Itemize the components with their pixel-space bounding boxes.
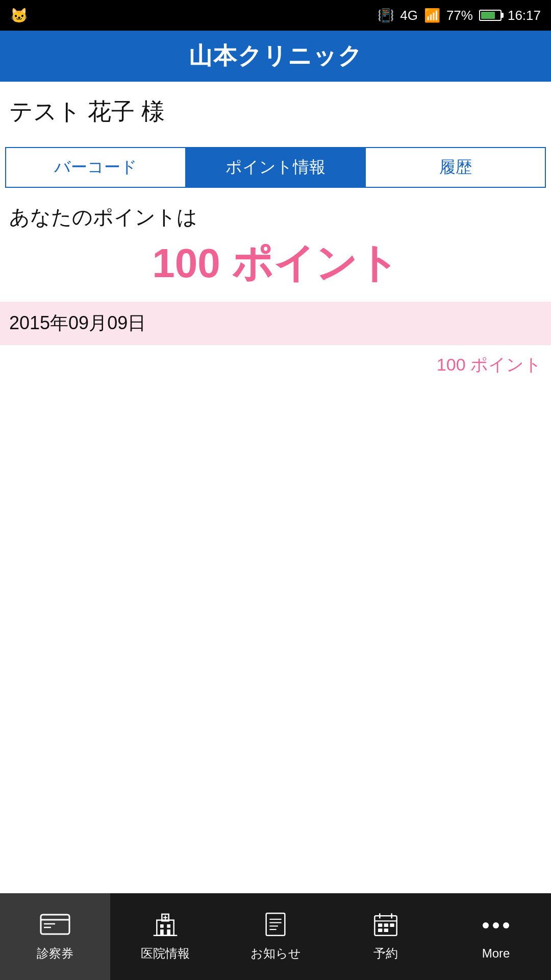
svg-rect-13 bbox=[266, 913, 285, 935]
nav-hospital[interactable]: 医院情報 bbox=[110, 893, 220, 980]
content-area: あなたのポイントは 100 ポイント 2015年09月09日 100 ポイント bbox=[0, 188, 551, 385]
svg-rect-24 bbox=[390, 923, 394, 927]
status-bar: 🐱 📳 4G 📶 77% 16:17 bbox=[0, 0, 551, 31]
svg-point-27 bbox=[483, 922, 489, 928]
nav-more[interactable]: More bbox=[441, 893, 551, 980]
battery-percent: 77% bbox=[446, 8, 473, 23]
nav-more-label: More bbox=[482, 946, 510, 961]
svg-rect-5 bbox=[160, 924, 164, 928]
svg-rect-25 bbox=[378, 928, 382, 932]
user-name-section: テスト 花子 様 bbox=[0, 82, 551, 133]
svg-rect-23 bbox=[384, 923, 388, 927]
nav-news-label: お知らせ bbox=[251, 945, 301, 962]
shinsakuken-svg bbox=[40, 912, 70, 937]
status-right: 📳 4G 📶 77% 16:17 bbox=[378, 8, 541, 23]
tab-history[interactable]: 履歴 bbox=[366, 148, 545, 187]
app-header: 山本クリニック bbox=[0, 31, 551, 82]
svg-point-28 bbox=[493, 922, 499, 928]
tab-points[interactable]: ポイント情報 bbox=[186, 148, 366, 187]
nav-shinsakuken[interactable]: 診察券 bbox=[0, 893, 110, 980]
svg-point-29 bbox=[503, 922, 509, 928]
hospital-svg bbox=[150, 912, 181, 937]
svg-rect-6 bbox=[167, 924, 170, 928]
points-sub-row: 100 ポイント bbox=[0, 345, 551, 385]
points-label: あなたのポイントは bbox=[9, 203, 542, 231]
more-icon bbox=[481, 913, 511, 942]
nav-hospital-label: 医院情報 bbox=[141, 945, 190, 962]
nav-shinsakuken-label: 診察券 bbox=[37, 945, 73, 962]
yoyaku-svg bbox=[370, 912, 401, 937]
news-svg bbox=[260, 912, 291, 937]
news-icon bbox=[260, 912, 291, 941]
battery-icon bbox=[479, 10, 502, 21]
nav-yoyaku[interactable]: 予約 bbox=[331, 893, 441, 980]
notification-icon: 🐱 bbox=[10, 7, 28, 24]
hospital-icon bbox=[150, 912, 181, 941]
yoyaku-icon bbox=[370, 912, 401, 941]
points-sub-text: 100 ポイント bbox=[437, 355, 542, 374]
vibrate-icon: 📳 bbox=[378, 8, 394, 23]
status-left: 🐱 bbox=[10, 7, 28, 24]
nav-yoyaku-label: 予約 bbox=[373, 945, 398, 962]
svg-rect-8 bbox=[167, 929, 170, 936]
app-title: 山本クリニック bbox=[189, 40, 363, 72]
network-label: 4G bbox=[400, 8, 418, 23]
svg-rect-26 bbox=[384, 928, 388, 932]
signal-icon: 📶 bbox=[424, 8, 440, 23]
tab-barcode[interactable]: バーコード bbox=[6, 148, 186, 187]
svg-rect-4 bbox=[157, 920, 173, 936]
nav-news[interactable]: お知らせ bbox=[220, 893, 331, 980]
shinsakuken-icon bbox=[40, 912, 70, 941]
points-value: 100 ポイント bbox=[9, 236, 542, 291]
time-display: 16:17 bbox=[508, 8, 541, 23]
date-row: 2015年09月09日 bbox=[0, 302, 551, 345]
bottom-nav: 診察券 医院情報 bbox=[0, 893, 551, 980]
tabs-section: バーコード ポイント情報 履歴 bbox=[5, 147, 546, 188]
svg-rect-22 bbox=[378, 923, 382, 927]
date-text: 2015年09月09日 bbox=[9, 312, 146, 333]
user-name: テスト 花子 様 bbox=[9, 98, 165, 125]
svg-rect-7 bbox=[160, 929, 164, 936]
more-svg bbox=[481, 913, 511, 938]
